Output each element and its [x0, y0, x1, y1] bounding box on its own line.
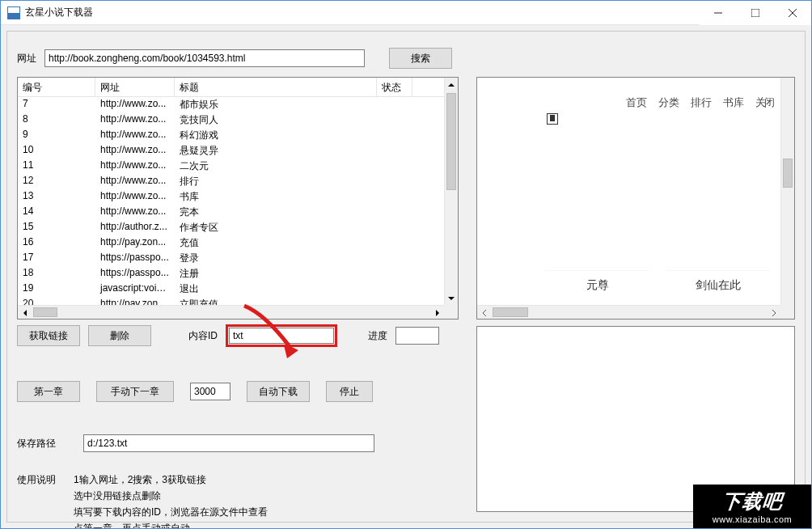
table-row[interactable]: 12http://www.zo...排行	[18, 174, 444, 189]
help-line: 1输入网址，2搜索，3获取链接	[74, 473, 268, 487]
stop-button[interactable]: 停止	[326, 381, 373, 402]
auto-download-button[interactable]: 自动下载	[247, 381, 310, 402]
url-label: 网址	[17, 52, 44, 66]
scroll-down-icon[interactable]	[445, 291, 458, 305]
url-input[interactable]	[44, 49, 365, 67]
content-id-highlight	[226, 324, 337, 347]
help-label: 使用说明	[17, 473, 62, 529]
table-headers: 编号 网址 标题 状态	[18, 78, 458, 97]
help-text: 1输入网址，2搜索，3获取链接选中没用链接点删除填写要下载内容的ID，浏览器在源…	[74, 473, 268, 529]
progress-label: 进度	[368, 329, 387, 343]
table-row[interactable]: 16http://pay.zon...充值	[18, 235, 444, 251]
col-url[interactable]: 网址	[95, 78, 175, 96]
scroll-right-icon[interactable]	[430, 306, 444, 320]
preview-card-label: 剑仙在此	[666, 278, 770, 293]
help-line: 点第一章，再点手动或自动	[74, 522, 268, 529]
preview-card-label: 元尊	[545, 278, 649, 293]
maximize-button[interactable]	[737, 1, 774, 25]
get-links-button[interactable]: 获取链接	[17, 325, 80, 346]
watermark-url: www.xiazaiba.com	[713, 514, 792, 524]
preview-card[interactable]	[666, 129, 770, 270]
table-row[interactable]: 18https://passpo...注册	[18, 266, 444, 281]
content-id-input[interactable]	[229, 328, 334, 344]
table-row[interactable]: 17https://passpo...登录	[18, 251, 444, 266]
col-status[interactable]: 状态	[377, 78, 412, 96]
book-icon	[547, 113, 558, 125]
col-title[interactable]: 标题	[175, 78, 377, 96]
scroll-corner	[444, 305, 458, 319]
scroll-left-icon[interactable]	[477, 306, 491, 320]
help-line: 填写要下载内容的ID，浏览器在源文件中查看	[74, 506, 268, 519]
preview-tab[interactable]: 书库	[723, 95, 744, 110]
table-row[interactable]: 20http://pay.zon...立即充值	[18, 297, 444, 305]
table-vscroll[interactable]	[444, 78, 458, 305]
save-path-label: 保存路径	[17, 437, 74, 451]
table-row[interactable]: 8http://www.zo...竞技同人	[18, 112, 444, 128]
scroll-left-icon[interactable]	[18, 306, 32, 320]
scroll-right-icon[interactable]	[767, 306, 780, 320]
table-row[interactable]: 9http://www.zo...科幻游戏	[18, 128, 444, 143]
preview-tab[interactable]: 分类	[658, 95, 679, 110]
interval-input[interactable]	[190, 383, 230, 400]
delete-button[interactable]: 删除	[88, 325, 151, 346]
preview-hscroll[interactable]	[477, 305, 780, 319]
watermark: 下载吧 www.xiazaiba.com	[693, 485, 811, 528]
titlebar: 玄星小说下载器	[1, 1, 811, 25]
table-row[interactable]: 7http://www.zo...都市娱乐	[18, 97, 444, 112]
vscroll-thumb[interactable]	[446, 93, 456, 190]
table-row[interactable]: 19javascript:void...退出	[18, 281, 444, 297]
watermark-text: 下载吧	[721, 489, 784, 514]
col-id[interactable]: 编号	[18, 78, 95, 96]
search-button[interactable]: 搜索	[389, 48, 452, 69]
app-icon	[7, 6, 20, 19]
preview-vscroll[interactable]	[780, 78, 794, 305]
table-row[interactable]: 10http://www.zo...悬疑灵异	[18, 143, 444, 159]
scroll-up-icon[interactable]	[445, 78, 458, 91]
window-title: 玄星小说下载器	[25, 6, 93, 19]
hscroll-thumb[interactable]	[33, 307, 57, 317]
table-row[interactable]: 14http://www.zo...完本	[18, 205, 444, 220]
preview-tab[interactable]: 首页	[626, 95, 647, 110]
scroll-corner	[780, 305, 794, 319]
table-hscroll[interactable]	[18, 305, 444, 319]
preview-tabs[interactable]: 首页分类排行书库关闭	[626, 95, 773, 110]
help-line: 选中没用链接点删除	[74, 489, 268, 503]
svg-marker-4	[284, 345, 298, 358]
preview-tab[interactable]: 排行	[691, 95, 712, 110]
preview-vscroll-thumb[interactable]	[783, 159, 793, 188]
table-row[interactable]: 15http://author.z...作者专区	[18, 220, 444, 235]
content-id-label: 内容ID	[188, 329, 218, 343]
svg-rect-1	[751, 9, 759, 17]
progress-output	[395, 327, 439, 345]
manual-next-button[interactable]: 手动下一章	[96, 381, 174, 402]
preview-card[interactable]	[545, 129, 649, 270]
table-row[interactable]: 11http://www.zo...二次元	[18, 159, 444, 174]
preview-tab[interactable]: 关闭	[755, 95, 773, 110]
minimize-button[interactable]	[700, 1, 737, 25]
first-chapter-button[interactable]: 第一章	[17, 381, 80, 402]
browser-preview[interactable]: 首页分类排行书库关闭 元尊剑仙在此	[476, 77, 795, 320]
save-path-input[interactable]	[83, 434, 374, 452]
preview-card-labels: 元尊剑仙在此	[545, 278, 770, 293]
links-table[interactable]: 编号 网址 标题 状态 7http://www.zo...都市娱乐8http:/…	[17, 77, 459, 320]
close-button[interactable]	[774, 1, 811, 25]
preview-hscroll-thumb[interactable]	[493, 307, 528, 317]
table-row[interactable]: 13http://www.zo...书库	[18, 189, 444, 205]
